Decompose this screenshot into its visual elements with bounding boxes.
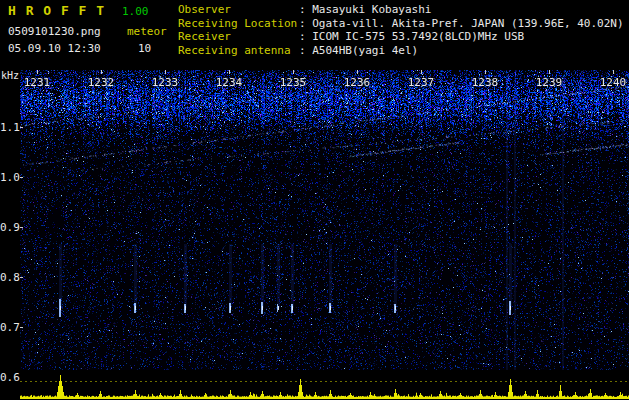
info-row-observer: Observer : Masayuki Kobayashi (178, 3, 624, 17)
observation-info: Observer : Masayuki Kobayashi Receiving … (178, 3, 624, 57)
info-row-receiver: Receiver : ICOM IC-575 53.7492(8LCD)MHz … (178, 30, 624, 44)
x-tick-label-1235: 1235 (280, 76, 307, 89)
info-label: Receiver (178, 30, 299, 44)
info-label: Receiving Location (178, 17, 299, 31)
info-value: : Ogata-vill. Akita-Pref. JAPAN (139.96E… (299, 17, 624, 31)
info-value: : ICOM IC-575 53.7492(8LCD)MHz USB (299, 30, 524, 44)
y-tick-label-0-6: 0.6 (0, 371, 17, 384)
output-filename: 0509101230.png (8, 25, 101, 38)
app-title: H R O F F T (8, 3, 105, 18)
signal-level-strip-canvas (20, 372, 629, 400)
app-version: 1.00 (122, 5, 149, 18)
echo-count: 10 (138, 42, 151, 55)
y-tick-label-0-8: 0.8 (0, 271, 17, 284)
mode-label: meteor (127, 25, 167, 38)
y-tick-label-1-1: 1.1 (0, 121, 17, 134)
y-axis-unit-label: kHz (1, 70, 19, 81)
info-value: : A504HB(yagi 4el) (299, 44, 418, 58)
y-tick-label-0-9: 0.9 (0, 221, 17, 234)
x-tick-label-1239: 1239 (536, 76, 563, 89)
info-value: : Masayuki Kobayashi (299, 3, 431, 17)
info-label: Observer (178, 3, 299, 17)
x-tick-label-1238: 1238 (472, 76, 499, 89)
y-tick-label-1-0: 1.0 (0, 171, 17, 184)
x-tick-label-1234: 1234 (216, 76, 243, 89)
y-tick-label-0-7: 0.7 (0, 321, 17, 334)
hrofft-window: H R O F F T 1.00 0509101230.png meteor 0… (0, 0, 629, 400)
observation-datetime: 05.09.10 12:30 (8, 42, 101, 55)
info-label: Receiving antenna (178, 44, 299, 58)
spectrogram-canvas (20, 70, 629, 370)
x-tick-label-1231: 1231 (24, 76, 51, 89)
info-row-antenna: Receiving antenna : A504HB(yagi 4el) (178, 44, 624, 58)
x-tick-label-1232: 1232 (88, 76, 115, 89)
x-tick-label-1240: 1240 (600, 76, 627, 89)
x-tick-label-1237: 1237 (408, 76, 435, 89)
x-tick-label-1236: 1236 (344, 76, 371, 89)
x-tick-label-1233: 1233 (152, 76, 179, 89)
info-row-location: Receiving Location : Ogata-vill. Akita-P… (178, 17, 624, 31)
